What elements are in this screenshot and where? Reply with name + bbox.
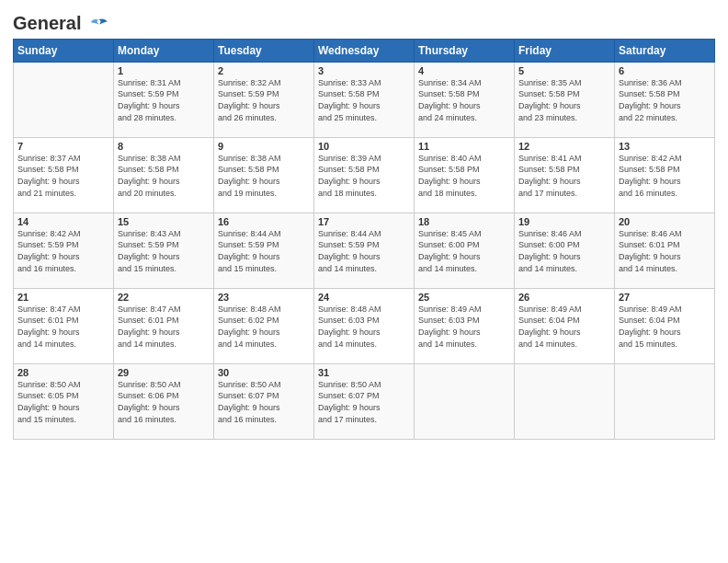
day-number: 11: [418, 141, 510, 152]
day-number: 25: [418, 292, 510, 303]
day-number: 23: [218, 292, 310, 303]
day-info: Sunrise: 8:46 AM Sunset: 6:00 PM Dayligh…: [518, 228, 610, 274]
calendar-cell: 6Sunrise: 8:36 AM Sunset: 5:58 PM Daylig…: [615, 62, 715, 137]
day-info: Sunrise: 8:42 AM Sunset: 5:59 PM Dayligh…: [17, 228, 109, 274]
col-header-tuesday: Tuesday: [214, 39, 314, 62]
day-info: Sunrise: 8:50 AM Sunset: 6:06 PM Dayligh…: [118, 379, 210, 425]
calendar-cell: 31Sunrise: 8:50 AM Sunset: 6:07 PM Dayli…: [314, 363, 415, 439]
day-number: 8: [118, 141, 210, 152]
day-info: Sunrise: 8:39 AM Sunset: 5:58 PM Dayligh…: [318, 153, 410, 199]
calendar-cell: 29Sunrise: 8:50 AM Sunset: 6:06 PM Dayli…: [114, 363, 214, 439]
calendar-cell: 25Sunrise: 8:49 AM Sunset: 6:03 PM Dayli…: [415, 288, 515, 363]
day-number: 15: [118, 216, 210, 227]
day-number: 14: [17, 216, 109, 227]
day-info: Sunrise: 8:38 AM Sunset: 5:58 PM Dayligh…: [218, 153, 310, 199]
calendar-cell: 11Sunrise: 8:40 AM Sunset: 5:58 PM Dayli…: [415, 137, 515, 213]
day-number: 17: [318, 216, 410, 227]
page-container: General SundayMondayTuesdayWednesdayThur…: [0, 0, 728, 449]
calendar-cell: 9Sunrise: 8:38 AM Sunset: 5:58 PM Daylig…: [214, 137, 314, 213]
calendar-cell: 30Sunrise: 8:50 AM Sunset: 6:07 PM Dayli…: [214, 363, 314, 439]
calendar-cell: 24Sunrise: 8:48 AM Sunset: 6:03 PM Dayli…: [314, 288, 415, 363]
col-header-sunday: Sunday: [14, 39, 114, 62]
day-number: 19: [518, 216, 610, 227]
day-info: Sunrise: 8:44 AM Sunset: 5:59 PM Dayligh…: [318, 228, 410, 274]
calendar-cell: 26Sunrise: 8:49 AM Sunset: 6:04 PM Dayli…: [515, 288, 615, 363]
calendar-cell: 2Sunrise: 8:32 AM Sunset: 5:59 PM Daylig…: [214, 62, 314, 137]
day-info: Sunrise: 8:48 AM Sunset: 6:02 PM Dayligh…: [218, 304, 310, 350]
day-number: 20: [619, 216, 711, 227]
day-number: 12: [518, 141, 610, 152]
calendar-cell: 12Sunrise: 8:41 AM Sunset: 5:58 PM Dayli…: [515, 137, 615, 213]
calendar-cell: 3Sunrise: 8:33 AM Sunset: 5:58 PM Daylig…: [314, 62, 415, 137]
calendar-cell: 21Sunrise: 8:47 AM Sunset: 6:01 PM Dayli…: [14, 288, 114, 363]
calendar-cell: [14, 62, 114, 137]
day-number: 9: [218, 141, 310, 152]
week-row-1: 7Sunrise: 8:37 AM Sunset: 5:58 PM Daylig…: [14, 137, 715, 213]
day-number: 21: [17, 292, 109, 303]
day-number: 6: [619, 65, 711, 76]
calendar-cell: 5Sunrise: 8:35 AM Sunset: 5:58 PM Daylig…: [515, 62, 615, 137]
day-number: 28: [17, 367, 109, 378]
day-number: 3: [318, 65, 410, 76]
day-info: Sunrise: 8:40 AM Sunset: 5:58 PM Dayligh…: [418, 153, 510, 199]
day-number: 2: [218, 65, 310, 76]
day-info: Sunrise: 8:47 AM Sunset: 6:01 PM Dayligh…: [17, 304, 109, 350]
header: General: [13, 9, 715, 33]
calendar-cell: 16Sunrise: 8:44 AM Sunset: 5:59 PM Dayli…: [214, 213, 314, 288]
col-header-monday: Monday: [114, 39, 214, 62]
calendar-cell: 8Sunrise: 8:38 AM Sunset: 5:58 PM Daylig…: [114, 137, 214, 213]
logo-text: General: [13, 13, 108, 35]
day-number: 18: [418, 216, 510, 227]
week-row-3: 21Sunrise: 8:47 AM Sunset: 6:01 PM Dayli…: [14, 288, 715, 363]
day-number: 13: [619, 141, 711, 152]
calendar-cell: [415, 363, 515, 439]
calendar-cell: 17Sunrise: 8:44 AM Sunset: 5:59 PM Dayli…: [314, 213, 415, 288]
calendar-cell: 23Sunrise: 8:48 AM Sunset: 6:02 PM Dayli…: [214, 288, 314, 363]
day-number: 10: [318, 141, 410, 152]
col-header-saturday: Saturday: [615, 39, 715, 62]
day-info: Sunrise: 8:46 AM Sunset: 6:01 PM Dayligh…: [619, 228, 711, 274]
calendar-cell: 1Sunrise: 8:31 AM Sunset: 5:59 PM Daylig…: [114, 62, 214, 137]
day-info: Sunrise: 8:35 AM Sunset: 5:58 PM Dayligh…: [518, 77, 610, 123]
calendar-cell: 14Sunrise: 8:42 AM Sunset: 5:59 PM Dayli…: [14, 213, 114, 288]
calendar-cell: 7Sunrise: 8:37 AM Sunset: 5:58 PM Daylig…: [14, 137, 114, 213]
day-number: 22: [118, 292, 210, 303]
week-row-4: 28Sunrise: 8:50 AM Sunset: 6:05 PM Dayli…: [14, 363, 715, 439]
day-info: Sunrise: 8:32 AM Sunset: 5:59 PM Dayligh…: [218, 77, 310, 123]
calendar-table: SundayMondayTuesdayWednesdayThursdayFrid…: [13, 39, 715, 440]
day-info: Sunrise: 8:50 AM Sunset: 6:07 PM Dayligh…: [318, 379, 410, 425]
logo-bird-icon: [88, 15, 108, 35]
day-info: Sunrise: 8:49 AM Sunset: 6:03 PM Dayligh…: [418, 304, 510, 350]
day-info: Sunrise: 8:36 AM Sunset: 5:58 PM Dayligh…: [619, 77, 711, 123]
day-info: Sunrise: 8:31 AM Sunset: 5:59 PM Dayligh…: [118, 77, 210, 123]
day-number: 29: [118, 367, 210, 378]
week-row-0: 1Sunrise: 8:31 AM Sunset: 5:59 PM Daylig…: [14, 62, 715, 137]
day-info: Sunrise: 8:33 AM Sunset: 5:58 PM Dayligh…: [318, 77, 410, 123]
day-number: 26: [518, 292, 610, 303]
day-info: Sunrise: 8:37 AM Sunset: 5:58 PM Dayligh…: [17, 153, 109, 199]
day-info: Sunrise: 8:42 AM Sunset: 5:58 PM Dayligh…: [619, 153, 711, 199]
calendar-cell: 15Sunrise: 8:43 AM Sunset: 5:59 PM Dayli…: [114, 213, 214, 288]
day-info: Sunrise: 8:48 AM Sunset: 6:03 PM Dayligh…: [318, 304, 410, 350]
calendar-cell: 19Sunrise: 8:46 AM Sunset: 6:00 PM Dayli…: [515, 213, 615, 288]
day-info: Sunrise: 8:50 AM Sunset: 6:05 PM Dayligh…: [17, 379, 109, 425]
logo: General: [13, 13, 108, 33]
day-info: Sunrise: 8:47 AM Sunset: 6:01 PM Dayligh…: [118, 304, 210, 350]
day-info: Sunrise: 8:45 AM Sunset: 6:00 PM Dayligh…: [418, 228, 510, 274]
calendar-cell: 27Sunrise: 8:49 AM Sunset: 6:04 PM Dayli…: [615, 288, 715, 363]
day-info: Sunrise: 8:41 AM Sunset: 5:58 PM Dayligh…: [518, 153, 610, 199]
col-header-wednesday: Wednesday: [314, 39, 415, 62]
day-number: 16: [218, 216, 310, 227]
day-info: Sunrise: 8:43 AM Sunset: 5:59 PM Dayligh…: [118, 228, 210, 274]
calendar-cell: 20Sunrise: 8:46 AM Sunset: 6:01 PM Dayli…: [615, 213, 715, 288]
calendar-header-row: SundayMondayTuesdayWednesdayThursdayFrid…: [14, 39, 715, 62]
day-number: 4: [418, 65, 510, 76]
day-info: Sunrise: 8:49 AM Sunset: 6:04 PM Dayligh…: [518, 304, 610, 350]
calendar-cell: 28Sunrise: 8:50 AM Sunset: 6:05 PM Dayli…: [14, 363, 114, 439]
calendar-body: 1Sunrise: 8:31 AM Sunset: 5:59 PM Daylig…: [14, 62, 715, 439]
day-number: 30: [218, 367, 310, 378]
day-info: Sunrise: 8:49 AM Sunset: 6:04 PM Dayligh…: [619, 304, 711, 350]
calendar-cell: [615, 363, 715, 439]
day-number: 5: [518, 65, 610, 76]
calendar-cell: 4Sunrise: 8:34 AM Sunset: 5:58 PM Daylig…: [415, 62, 515, 137]
